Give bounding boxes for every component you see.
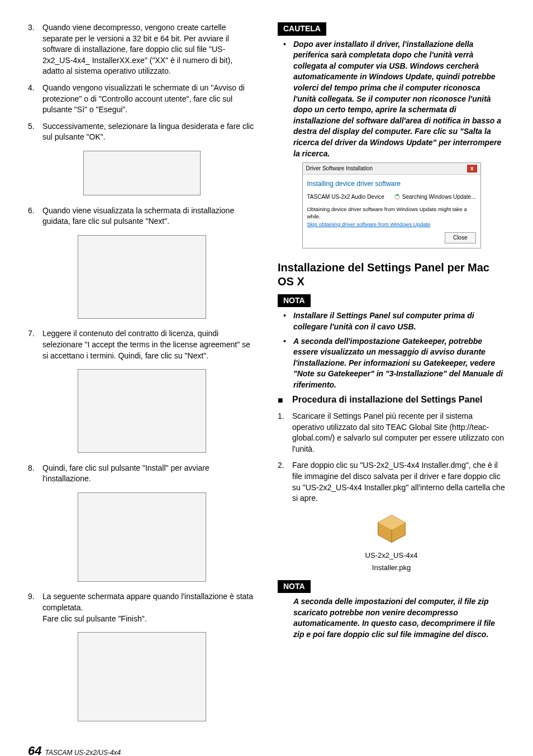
bullet-icon: • bbox=[283, 39, 293, 160]
step-number: 9. bbox=[28, 591, 42, 624]
step-text: La seguente schermata appare quando l'in… bbox=[42, 592, 253, 612]
screenshot-driver-install: Driver Software Installationx Installing… bbox=[278, 162, 505, 248]
step-text: Leggere il contenuto del contratto di li… bbox=[42, 328, 255, 361]
step-number: 6. bbox=[28, 205, 42, 227]
step-number: 5. bbox=[28, 121, 42, 143]
nota-tag: NOTA bbox=[278, 580, 311, 594]
footer-model: TASCAM US-2x2/US-4x4 bbox=[45, 748, 121, 756]
spinner-icon bbox=[394, 194, 400, 200]
subsection-title: Procedura di installazione del Settings … bbox=[292, 394, 483, 406]
step-text: Quando vengono visualizzati le schermate… bbox=[42, 83, 255, 116]
cautela-tag: CAUTELA bbox=[278, 22, 326, 36]
bullet-icon: • bbox=[283, 336, 293, 391]
step-text: Fare doppio clic su "US-2x2_US-4x4 Insta… bbox=[292, 460, 505, 504]
driver-close-button: Close bbox=[445, 232, 476, 243]
screenshot-finish bbox=[28, 632, 255, 725]
screenshot-language-dialog bbox=[28, 151, 255, 199]
step-number: 3. bbox=[28, 22, 42, 77]
driver-status: Searching Windows Update... bbox=[402, 194, 476, 200]
pkg-caption-line1: US-2x2_US-4x4 bbox=[278, 551, 505, 561]
driver-device: TASCAM US-2x2 Audio Device bbox=[307, 193, 384, 201]
step-text: Quando viene visualizzata la schermata d… bbox=[42, 205, 255, 227]
step-text-line2: Fare clic sul pulsante "Finish". bbox=[42, 614, 147, 623]
step-number: 1. bbox=[278, 411, 292, 454]
pkg-caption-line2: Installer.pkg bbox=[278, 563, 505, 573]
pkg-icon-figure: US-2x2_US-4x4 Installer.pkg bbox=[278, 512, 505, 573]
driver-heading: Installing device driver software bbox=[307, 179, 476, 189]
close-icon: x bbox=[467, 165, 477, 173]
step-text: Quando viene decompresso, vengono create… bbox=[42, 22, 255, 77]
package-icon bbox=[278, 512, 505, 549]
square-bullet-icon: ■ bbox=[278, 394, 292, 406]
screenshot-license-agreement bbox=[28, 369, 255, 456]
driver-dialog-title: Driver Software Installation bbox=[306, 165, 373, 173]
nota-text: Installare il Settings Panel sul compute… bbox=[293, 310, 505, 332]
page-number: 64 bbox=[28, 743, 41, 756]
step-number: 4. bbox=[28, 83, 42, 116]
bullet-icon: • bbox=[283, 310, 293, 332]
step-text: Successivamente, selezionare la lingua d… bbox=[42, 121, 255, 143]
driver-message: Obtaining device driver software from Wi… bbox=[307, 205, 476, 221]
driver-skip-link: Skip obtaining driver software from Wind… bbox=[307, 221, 476, 228]
step-number: 7. bbox=[28, 328, 42, 361]
section-title: Installazione del Settings Panel per Mac… bbox=[278, 261, 505, 289]
step-text: Quindi, fare clic sul pulsante "Install"… bbox=[42, 463, 255, 485]
screenshot-welcome-wizard bbox=[28, 235, 255, 322]
nota-text: A seconda dell'impostazione Gatekeeper, … bbox=[293, 336, 505, 391]
step-number: 2. bbox=[278, 460, 292, 504]
screenshot-ready-install bbox=[28, 492, 255, 585]
step-text: Scaricare il Settings Panel più recente … bbox=[292, 411, 505, 454]
step-number: 8. bbox=[28, 463, 42, 485]
nota-tag: NOTA bbox=[278, 294, 311, 308]
nota2-text: A seconda delle impostazioni del compute… bbox=[293, 596, 505, 640]
cautela-text: Dopo aver installato il driver, l'instal… bbox=[293, 39, 505, 160]
